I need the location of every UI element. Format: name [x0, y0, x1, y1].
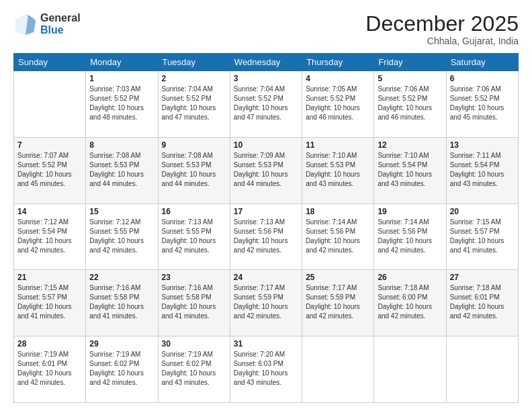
day-number: 15	[89, 207, 154, 216]
cell-line: Daylight: 10 hours	[162, 171, 216, 178]
cell-line: Sunrise: 7:19 AM	[162, 351, 213, 358]
cell-info: Sunrise: 7:14 AMSunset: 5:56 PMDaylight:…	[306, 218, 370, 255]
day-number: 8	[89, 140, 154, 150]
cell-line: and 46 minutes.	[306, 113, 353, 121]
cell-line: and 43 minutes.	[162, 379, 210, 386]
cell-line: Daylight: 10 hours	[17, 171, 72, 178]
location: Chhala, Gujarat, India	[365, 36, 519, 46]
cell-line: Daylight: 10 hours	[378, 237, 432, 244]
cell-line: Sunrise: 7:19 AM	[17, 351, 69, 358]
cell-info: Sunrise: 7:19 AMSunset: 6:02 PMDaylight:…	[162, 350, 226, 387]
day-number: 1	[89, 74, 154, 83]
cell-line: Daylight: 10 hours	[306, 171, 360, 178]
cell-line: Sunrise: 7:06 AM	[450, 85, 501, 93]
cell-info: Sunrise: 7:18 AMSunset: 6:01 PMDaylight:…	[450, 283, 515, 321]
day-number: 4	[306, 74, 370, 83]
cell-line: Daylight: 10 hours	[234, 303, 288, 310]
header: General Blue December 2025 Chhala, Gujar…	[13, 12, 519, 46]
cell-line: Sunset: 6:02 PM	[89, 360, 139, 367]
cell-line: Sunset: 5:55 PM	[89, 228, 139, 235]
table-row: 6Sunrise: 7:06 AMSunset: 5:52 PMDaylight…	[446, 71, 518, 138]
cell-line: Daylight: 10 hours	[89, 171, 144, 178]
day-number: 25	[306, 273, 370, 282]
cell-info: Sunrise: 7:08 AMSunset: 5:53 PMDaylight:…	[162, 151, 226, 189]
cell-line: and 48 minutes.	[89, 113, 137, 121]
cell-line: Sunrise: 7:04 AM	[234, 85, 285, 93]
table-row: 10Sunrise: 7:09 AMSunset: 5:53 PMDayligh…	[230, 137, 302, 203]
table-row: 15Sunrise: 7:12 AMSunset: 5:55 PMDayligh…	[86, 203, 158, 270]
cell-line: Sunset: 5:54 PM	[450, 161, 500, 169]
cell-line: Sunset: 5:52 PM	[450, 95, 500, 102]
calendar-header-friday: Friday	[374, 54, 446, 71]
table-row: 1Sunrise: 7:03 AMSunset: 5:52 PMDaylight…	[86, 71, 158, 138]
table-row: 3Sunrise: 7:04 AMSunset: 5:52 PMDaylight…	[230, 71, 302, 138]
cell-line: Sunrise: 7:11 AM	[450, 152, 501, 159]
day-number: 19	[378, 207, 442, 216]
cell-info: Sunrise: 7:14 AMSunset: 5:56 PMDaylight:…	[378, 218, 442, 255]
cell-line: Sunset: 5:52 PM	[378, 95, 427, 102]
cell-line: Sunrise: 7:20 AM	[234, 351, 285, 358]
day-number: 9	[162, 140, 226, 150]
cell-line: Sunset: 6:03 PM	[234, 360, 283, 367]
cell-info: Sunrise: 7:13 AMSunset: 5:56 PMDaylight:…	[234, 218, 298, 255]
cell-line: Daylight: 10 hours	[450, 303, 504, 310]
cell-line: Sunrise: 7:10 AM	[306, 152, 357, 159]
cell-line: and 42 minutes.	[89, 379, 137, 386]
table-row: 29Sunrise: 7:19 AMSunset: 6:02 PMDayligh…	[86, 336, 158, 403]
cell-line: and 42 minutes.	[234, 246, 281, 254]
table-row: 17Sunrise: 7:13 AMSunset: 5:56 PMDayligh…	[230, 203, 302, 270]
cell-line: and 42 minutes.	[89, 246, 137, 254]
cell-line: Sunrise: 7:18 AM	[450, 284, 501, 291]
cell-line: Sunset: 6:00 PM	[378, 293, 427, 301]
day-number: 31	[234, 339, 298, 349]
table-row: 23Sunrise: 7:16 AMSunset: 5:58 PMDayligh…	[158, 270, 230, 336]
cell-line: Sunset: 5:56 PM	[378, 228, 427, 235]
cell-line: Sunrise: 7:03 AM	[89, 85, 140, 93]
day-number: 23	[162, 273, 226, 282]
cell-line: Daylight: 10 hours	[162, 303, 216, 310]
cell-line: Daylight: 10 hours	[89, 303, 144, 310]
cell-line: Daylight: 10 hours	[450, 104, 504, 111]
cell-line: Daylight: 10 hours	[162, 104, 216, 111]
cell-line: and 47 minutes.	[162, 113, 210, 121]
table-row: 13Sunrise: 7:11 AMSunset: 5:54 PMDayligh…	[446, 137, 518, 203]
cell-line: and 45 minutes.	[17, 180, 65, 187]
cell-line: Sunset: 5:55 PM	[162, 228, 212, 235]
calendar-header-monday: Monday	[86, 54, 158, 71]
logo-general: General	[40, 12, 81, 24]
cell-line: Sunrise: 7:14 AM	[306, 218, 357, 226]
cell-info: Sunrise: 7:16 AMSunset: 5:58 PMDaylight:…	[89, 283, 154, 321]
table-row: 11Sunrise: 7:10 AMSunset: 5:53 PMDayligh…	[302, 137, 374, 203]
cell-line: Sunset: 5:53 PM	[234, 161, 283, 169]
cell-line: and 44 minutes.	[89, 180, 137, 187]
cell-line: and 42 minutes.	[306, 312, 353, 320]
cell-info: Sunrise: 7:12 AMSunset: 5:54 PMDaylight:…	[17, 218, 82, 255]
cell-line: and 43 minutes.	[378, 180, 425, 187]
day-number: 3	[234, 74, 298, 83]
cell-info: Sunrise: 7:18 AMSunset: 6:00 PMDaylight:…	[378, 283, 442, 321]
table-row	[14, 71, 86, 138]
cell-line: and 42 minutes.	[450, 312, 498, 320]
logo-blue: Blue	[40, 24, 81, 36]
table-row: 24Sunrise: 7:17 AMSunset: 5:59 PMDayligh…	[230, 270, 302, 336]
cell-line: Sunset: 5:58 PM	[89, 293, 139, 301]
cell-info: Sunrise: 7:17 AMSunset: 5:59 PMDaylight:…	[306, 283, 370, 321]
page: General Blue December 2025 Chhala, Gujar…	[0, 0, 532, 411]
cell-line: Sunrise: 7:15 AM	[450, 218, 501, 226]
cell-line: Daylight: 10 hours	[306, 104, 360, 111]
cell-info: Sunrise: 7:08 AMSunset: 5:53 PMDaylight:…	[89, 151, 154, 189]
cell-line: Sunrise: 7:12 AM	[89, 218, 140, 226]
table-row: 16Sunrise: 7:13 AMSunset: 5:55 PMDayligh…	[158, 203, 230, 270]
cell-line: Sunset: 6:01 PM	[17, 360, 67, 367]
cell-line: and 42 minutes.	[306, 246, 353, 254]
cell-line: and 42 minutes.	[17, 246, 65, 254]
cell-line: Sunset: 5:52 PM	[306, 95, 355, 102]
day-number: 18	[306, 207, 370, 216]
cell-line: Daylight: 10 hours	[234, 237, 288, 244]
day-number: 14	[17, 207, 82, 216]
day-number: 27	[450, 273, 515, 282]
table-row: 22Sunrise: 7:16 AMSunset: 5:58 PMDayligh…	[86, 270, 158, 336]
cell-line: Daylight: 10 hours	[234, 171, 288, 178]
cell-info: Sunrise: 7:12 AMSunset: 5:55 PMDaylight:…	[89, 218, 154, 255]
cell-line: Daylight: 10 hours	[450, 171, 504, 178]
